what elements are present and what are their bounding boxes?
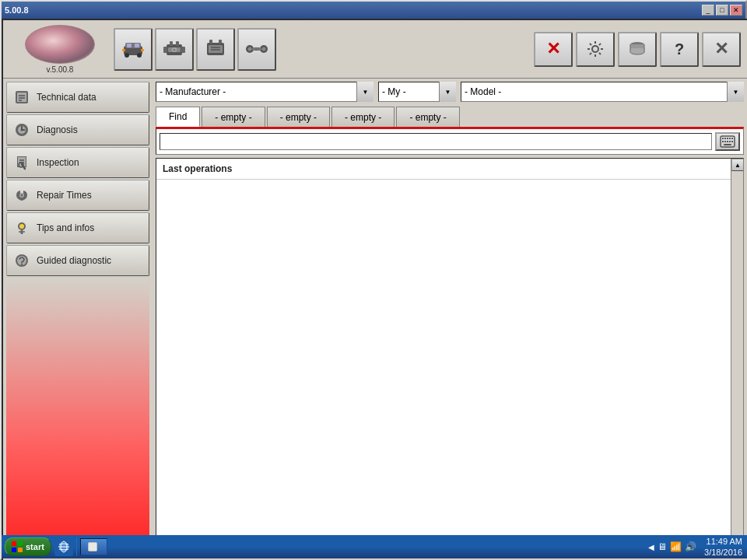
results-scrollbar[interactable]: ▲ ▼ xyxy=(731,159,743,556)
sidebar-item-technical-data[interactable]: Technical data xyxy=(6,82,149,113)
ie-browser-icon xyxy=(58,541,70,553)
svg-rect-62 xyxy=(731,141,733,142)
keyboard-icon xyxy=(720,135,735,148)
svg-rect-65 xyxy=(18,541,23,546)
svg-point-4 xyxy=(124,53,129,58)
svg-rect-19 xyxy=(209,45,223,53)
svg-rect-6 xyxy=(122,49,125,51)
manufacturer-dropdown[interactable]: - Manufacturer - xyxy=(156,82,374,102)
sidebar-bottom-decoration xyxy=(6,281,149,557)
main-window: v.5.00.8 xyxy=(2,19,747,560)
repair-icon xyxy=(13,187,30,204)
inspection-icon xyxy=(13,154,30,171)
model-dropdown-wrapper: - Model - ▼ xyxy=(461,82,744,102)
svg-point-39 xyxy=(21,129,23,131)
results-area: Last operations ▲ ▼ xyxy=(156,158,744,557)
svg-point-51 xyxy=(21,264,23,265)
quick-launch xyxy=(54,537,77,556)
last-operations-header: Last operations xyxy=(156,159,743,180)
tab-empty-4[interactable]: - empty - xyxy=(396,107,459,127)
sidebar-technical-label: Technical data xyxy=(37,92,96,103)
svg-rect-66 xyxy=(12,548,16,552)
taskbar: start xyxy=(2,535,747,558)
clock-area[interactable]: 11:49 AM 3/18/2016 xyxy=(704,536,742,558)
svg-rect-58 xyxy=(722,141,724,142)
nav-engine-button[interactable] xyxy=(155,28,194,71)
svg-rect-59 xyxy=(724,141,726,142)
nav-electrical-button[interactable] xyxy=(196,28,235,71)
sidebar-item-diagnosis[interactable]: Diagnosis xyxy=(6,114,149,145)
technical-data-icon xyxy=(13,89,30,106)
sidebar-item-tips[interactable]: Tips and infos xyxy=(6,212,149,243)
title-bar-controls: _ □ ✕ xyxy=(702,5,742,16)
sidebar-item-inspection[interactable]: Inspection xyxy=(6,147,149,178)
title-bar-title: 5.00.8 xyxy=(5,5,29,15)
svg-rect-67 xyxy=(18,548,23,552)
action-buttons: ✕ ? xyxy=(534,32,741,67)
model-dropdown[interactable]: - Model - xyxy=(461,82,744,102)
svg-point-46 xyxy=(19,224,24,229)
transmission-icon xyxy=(244,37,269,61)
my-dropdown[interactable]: - My - xyxy=(378,82,456,102)
sidebar-tips-label: Tips and infos xyxy=(37,222,94,233)
svg-rect-72 xyxy=(89,543,96,551)
svg-rect-12 xyxy=(176,41,179,46)
nav-transmission-button[interactable] xyxy=(237,28,276,71)
toolbar: v.5.00.8 xyxy=(3,20,747,79)
close-title-button[interactable]: ✕ xyxy=(730,5,742,16)
title-bar: 5.00.8 _ □ ✕ xyxy=(2,2,745,19)
close-red-button[interactable]: ✕ xyxy=(534,32,573,67)
minimize-button[interactable]: _ xyxy=(702,5,714,16)
settings-button[interactable] xyxy=(576,32,615,67)
clock-date: 3/18/2016 xyxy=(704,547,742,558)
my-dropdown-wrapper: - My - ▼ xyxy=(378,82,456,102)
virtual-keyboard-button[interactable] xyxy=(715,132,740,151)
tab-empty-1[interactable]: - empty - xyxy=(202,107,265,127)
svg-rect-64 xyxy=(12,541,16,546)
maximize-button[interactable]: □ xyxy=(716,5,728,16)
svg-rect-63 xyxy=(724,144,731,145)
tab-empty-2[interactable]: - empty - xyxy=(267,107,330,127)
svg-rect-18 xyxy=(219,40,222,44)
main-panel: - Manufacturer - ▼ - My - ▼ - Model - xyxy=(153,79,747,560)
tab-find[interactable]: Find xyxy=(156,107,200,127)
svg-rect-55 xyxy=(727,138,728,139)
scroll-up-button[interactable]: ▲ xyxy=(731,159,744,171)
svg-rect-54 xyxy=(724,138,726,139)
car-front-icon xyxy=(121,37,146,61)
electrical-icon xyxy=(203,37,228,61)
svg-rect-60 xyxy=(727,141,728,142)
sidebar-item-repair-times[interactable]: Repair Times xyxy=(6,180,149,211)
results-content xyxy=(156,180,743,555)
database-button[interactable] xyxy=(618,32,657,67)
volume-icon[interactable]: 🔊 xyxy=(685,541,696,552)
ie-icon[interactable] xyxy=(54,537,73,556)
tab-empty-3[interactable]: - empty - xyxy=(331,107,395,127)
systray-arrow[interactable]: ◀ xyxy=(648,543,654,551)
network2-icon: 📶 xyxy=(670,541,682,552)
manufacturer-dropdown-wrapper: - Manufacturer - ▼ xyxy=(156,82,374,102)
svg-rect-53 xyxy=(722,138,724,139)
help-button[interactable]: ? xyxy=(660,32,699,67)
close-gray-button[interactable]: ✕ xyxy=(702,32,741,67)
svg-rect-7 xyxy=(141,49,144,51)
svg-rect-56 xyxy=(729,138,731,139)
systray-icons: ◀ 🖥 📶 🔊 xyxy=(648,541,696,552)
nav-car-front-button[interactable] xyxy=(114,28,153,71)
sidebar-item-guided-diagnostic[interactable]: Guided diagnostic xyxy=(6,245,149,276)
diagnosis-icon xyxy=(13,121,30,138)
windows-logo-icon xyxy=(12,541,23,552)
logo-oval xyxy=(25,25,95,64)
nav-buttons xyxy=(114,28,531,71)
svg-point-28 xyxy=(592,46,598,52)
svg-rect-61 xyxy=(729,141,731,142)
start-button[interactable]: start xyxy=(5,537,51,556)
svg-point-23 xyxy=(248,47,252,51)
search-input[interactable] xyxy=(160,133,712,150)
database-icon xyxy=(628,40,647,58)
taskbar-app-item[interactable] xyxy=(80,538,107,555)
svg-rect-9 xyxy=(163,47,167,53)
scroll-track xyxy=(731,171,743,544)
dropdowns-row: - Manufacturer - ▼ - My - ▼ - Model - xyxy=(156,82,744,102)
version-text: v.5.00.8 xyxy=(47,65,74,74)
